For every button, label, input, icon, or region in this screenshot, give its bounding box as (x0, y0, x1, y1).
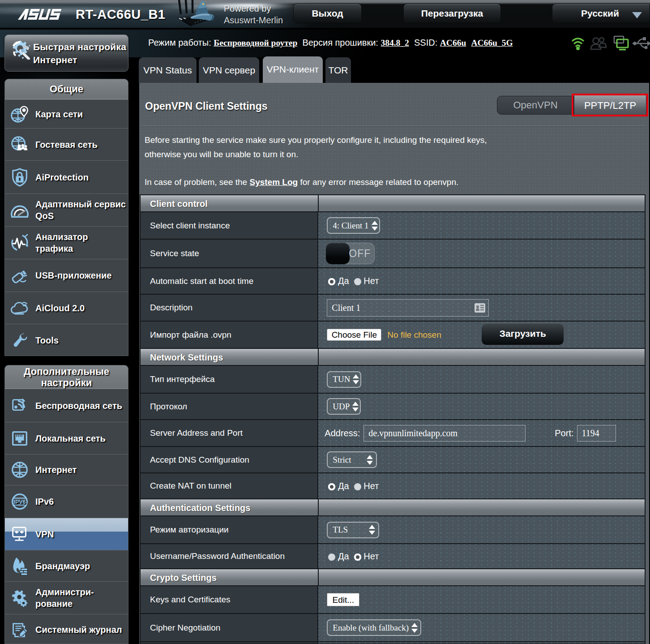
svg-text:IPV6: IPV6 (14, 499, 26, 505)
